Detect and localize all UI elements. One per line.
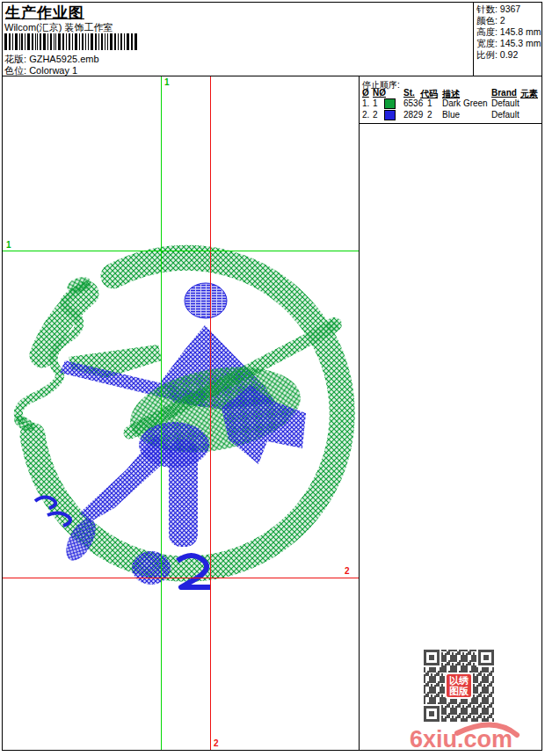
width-row: 宽度: 145.3 mm: [476, 38, 541, 49]
green-horizontal-guide: [3, 251, 359, 251]
col-header-number: Ø: [362, 88, 369, 98]
color-swatch-blue: [384, 110, 396, 120]
green-vertical-guide: [161, 76, 162, 750]
color-swatch-green: [384, 98, 396, 109]
table-row-needle: 2: [373, 110, 378, 120]
table-row-seq: 1.: [362, 98, 369, 108]
width-value: 145.3 mm: [500, 38, 541, 48]
guide-label-start-horizontal: 1: [6, 241, 11, 250]
stitch-count-row: 针数: 9367: [476, 4, 541, 15]
scale-value: 0.92: [500, 49, 518, 60]
pattern-file-value: GZHA5925.emb: [29, 54, 98, 64]
pattern-file-label: 花版:: [4, 54, 26, 64]
table-row-code: 1: [427, 98, 432, 108]
qr-code: 以绣 图版: [422, 648, 496, 723]
col-header-element: 元素: [520, 88, 538, 100]
stitch-count-label: 针数:: [476, 4, 498, 14]
table-row-brand: Default: [491, 98, 520, 108]
table-row-description: Dark Green: [442, 98, 488, 108]
color-count-row: 颜色: 2: [476, 15, 541, 26]
studio-name: Wilcom(汇京) 装饰工作室: [4, 21, 113, 34]
header-stats-divider: [473, 2, 474, 76]
height-row: 高度: 145.8 mm: [476, 26, 541, 38]
page-title: 生产作业图: [5, 3, 84, 23]
height-value: 145.8 mm: [500, 26, 541, 37]
red-horizontal-guide: [3, 578, 359, 578]
table-row-code: 2: [427, 110, 432, 120]
width-label: 宽度:: [476, 38, 498, 48]
canvas-panel-divider: [359, 76, 360, 750]
table-row-needle: 1: [373, 98, 378, 108]
table-row-stitches: 6536: [403, 98, 423, 108]
red-vertical-guide: [210, 76, 211, 750]
site-watermark: 6xiu.com: [406, 721, 543, 754]
color-count-label: 颜色:: [476, 15, 498, 25]
color-table-bottom-rule: [360, 123, 542, 124]
col-header-stitches: St.: [403, 88, 415, 98]
barcode: [4, 33, 140, 50]
table-row-description: Blue: [442, 110, 460, 120]
production-worksheet: 生产作业图 Wilcom(汇京) 装饰工作室 花版: GZHA5925.emb …: [0, 0, 545, 756]
colorway-value: Colorway 1: [29, 65, 77, 76]
colorway-label: 色位:: [4, 65, 26, 76]
design-stats: 针数: 9367 颜色: 2 高度: 145.8 mm 宽度: 145.3 mm…: [476, 4, 541, 61]
embroidery-design: [2, 76, 359, 750]
height-label: 高度:: [476, 26, 498, 37]
scale-row: 比例: 0.92: [476, 49, 541, 61]
seal-text-bottom: 图版: [449, 686, 469, 697]
stitch-count-value: 9367: [500, 4, 520, 14]
table-row-brand: Default: [491, 110, 520, 120]
col-header-needle: NØ: [373, 88, 386, 98]
col-header-brand: Brand: [491, 88, 517, 98]
color-count-value: 2: [500, 15, 505, 25]
guide-label-end-vertical: 2: [214, 739, 219, 748]
table-row-seq: 2.: [362, 110, 369, 120]
qr-center-seal: 以绣 图版: [446, 673, 472, 698]
scale-label: 比例:: [476, 49, 498, 60]
guide-label-end-horizontal: 2: [345, 567, 350, 576]
guide-label-start-vertical: 1: [164, 78, 170, 87]
table-row-stitches: 2829: [403, 110, 423, 120]
figure-head: [185, 283, 227, 318]
